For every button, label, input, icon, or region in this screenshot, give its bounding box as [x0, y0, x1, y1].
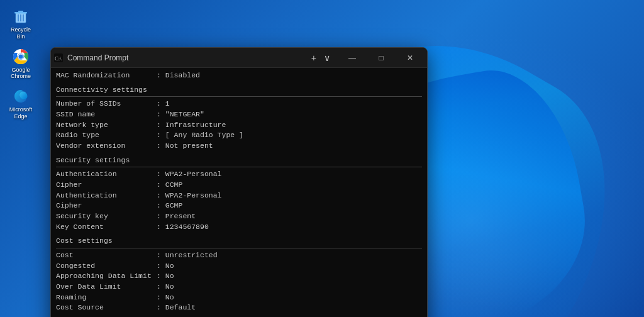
maximize-button[interactable]: □ — [367, 48, 396, 68]
new-tab-button[interactable]: + — [309, 53, 319, 63]
recycle-bin-image — [12, 8, 30, 25]
title-extra-controls: + ∨ — [309, 53, 333, 63]
table-row: Roaming : No — [56, 292, 422, 303]
cost-rows: Cost : Unrestricted Congested : No Appro… — [56, 250, 422, 313]
table-row: Cost : Unrestricted — [56, 250, 422, 261]
window-controls: — □ ✕ — [338, 48, 425, 68]
cost-divider — [56, 248, 422, 248]
cmd-content: MAC Randomization : Disabled Connectivit… — [51, 68, 427, 317]
connectivity-header: Connectivity settings — [56, 85, 422, 96]
mac-value: : Disabled — [157, 70, 200, 81]
security-rows: Authentication : WPA2-Personal Cipher : … — [56, 169, 422, 232]
minimize-button[interactable]: — — [338, 48, 367, 68]
table-row: Authentication : WPA2-Personal — [56, 169, 422, 180]
table-row: Approaching Data Limit : No — [56, 271, 422, 282]
cost-header: Cost settings — [56, 236, 422, 247]
table-row: Cost Source : Default — [56, 303, 422, 313]
table-row: SSID name : "NETGEAR" — [56, 109, 422, 120]
window-title: Command Prompt — [67, 53, 309, 62]
table-row: Number of SSIDs : 1 — [56, 99, 422, 109]
close-button[interactable]: ✕ — [396, 48, 425, 68]
table-row: Radio type : [ Any Radio Type ] — [56, 130, 422, 141]
recycle-bin-label: Recycle Bin — [8, 26, 34, 40]
table-row: Authentication : WPA2-Personal — [56, 191, 422, 201]
table-row: Congested : No — [56, 261, 422, 272]
chrome-label: Google Chrome — [8, 67, 34, 81]
cmd-window: C:\ Command Prompt + ∨ — □ ✕ MAC Randomi… — [50, 47, 428, 317]
tab-dropdown-button[interactable]: ∨ — [321, 53, 333, 63]
table-row: Cipher : GCMP — [56, 201, 422, 211]
table-row: Vendor extension : Not present — [56, 141, 422, 152]
table-row: Key Content : 1234567890 — [56, 222, 422, 233]
chrome-icon[interactable]: Google Chrome — [5, 45, 36, 83]
svg-rect-2 — [18, 11, 23, 13]
mac-label: MAC Randomization — [56, 70, 157, 81]
table-row: Security key : Present — [56, 211, 422, 222]
table-row: Over Data Limit : No — [56, 282, 422, 292]
connectivity-rows: Number of SSIDs : 1 SSID name : "NETGEAR… — [56, 99, 422, 151]
edge-image — [12, 87, 30, 105]
table-row: Network type : Infrastructure — [56, 120, 422, 131]
edge-icon[interactable]: Microsoft Edge — [5, 85, 36, 123]
svg-text:C:\: C:\ — [55, 55, 62, 61]
chrome-image — [12, 48, 30, 65]
cmd-window-icon: C:\ — [53, 53, 64, 63]
recycle-bin-icon[interactable]: Recycle Bin — [5, 5, 36, 43]
svg-point-9 — [19, 54, 23, 58]
mac-randomization-row: MAC Randomization : Disabled — [56, 70, 422, 81]
security-header: Security settings — [56, 155, 422, 166]
title-bar: C:\ Command Prompt + ∨ — □ ✕ — [51, 48, 427, 68]
table-row: Cipher : CCMP — [56, 180, 422, 191]
edge-label: Microsoft Edge — [8, 106, 34, 120]
desktop-icons: Recycle Bin Google Chrome — [5, 0, 36, 123]
security-divider — [56, 167, 422, 167]
connectivity-divider — [56, 96, 422, 97]
